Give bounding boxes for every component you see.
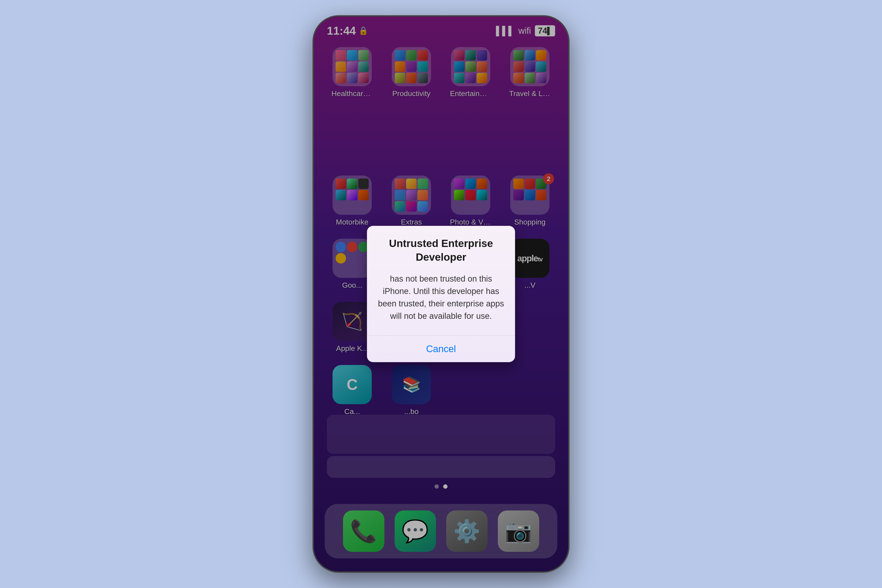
phone-frame: 11:44 🔒 ▌▌▌ wifi 74 ▌ (312, 15, 570, 573)
dialog-message: has not been trusted on this iPhone. Unt… (378, 273, 504, 322)
dialog-cancel-button[interactable]: Cancel (367, 336, 515, 362)
alert-dialog: Untrusted Enterprise Developer has not b… (367, 226, 515, 362)
dialog-cancel-label: Cancel (426, 344, 456, 354)
dialog-title: Untrusted Enterprise Developer (378, 237, 504, 264)
dialog-overlay: Untrusted Enterprise Developer has not b… (314, 16, 568, 572)
dialog-content: Untrusted Enterprise Developer has not b… (367, 226, 515, 335)
